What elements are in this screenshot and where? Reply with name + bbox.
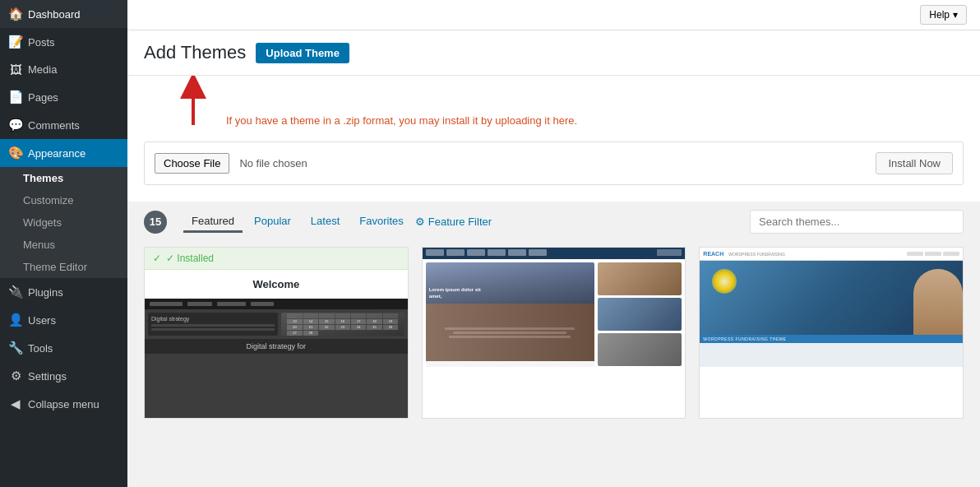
theme-preview-2: Lorem ipsum dolor sitamet, bbox=[423, 248, 686, 367]
sidebar-item-label: Plugins bbox=[28, 286, 63, 299]
sidebar-item-tools[interactable]: 🔧 Tools bbox=[0, 334, 127, 362]
sidebar-item-label: Media bbox=[28, 63, 57, 76]
themes-filter-bar: 15 Featured Popular Latest Favorites ⚙ F… bbox=[144, 210, 964, 234]
topbar: Help ▾ bbox=[127, 0, 980, 30]
sidebar-item-media[interactable]: 🖼 Media bbox=[0, 56, 127, 83]
sidebar-item-label: Tools bbox=[28, 342, 53, 355]
search-themes-input[interactable] bbox=[750, 210, 964, 234]
sidebar-item-plugins[interactable]: 🔌 Plugins bbox=[0, 278, 127, 306]
sidebar-item-label: Settings bbox=[28, 370, 67, 383]
upload-theme-button[interactable]: Upload Theme bbox=[256, 43, 349, 63]
checkmark-icon: ✓ bbox=[153, 253, 161, 264]
submenu-item-widgets[interactable]: Widgets bbox=[0, 211, 127, 234]
card1-bottom-text: Digital strategy for bbox=[145, 339, 408, 354]
theme-card-installed[interactable]: ✓ ✓ Installed Welcome bbox=[144, 247, 409, 419]
content-area: Add Themes Upload Theme If you have a th… bbox=[127, 30, 980, 487]
card2-main-image: Lorem ipsum dolor sitamet, bbox=[426, 262, 594, 304]
sidebar-item-label: Appearance bbox=[28, 147, 86, 160]
themes-count-badge: 15 bbox=[144, 211, 167, 234]
sidebar: 🏠 Dashboard 📝 Posts 🖼 Media 📄 Pages 💬 Co… bbox=[0, 0, 127, 487]
theme-preview-1: Digital strategy bbox=[145, 299, 408, 418]
submenu-item-menus[interactable]: Menus bbox=[0, 234, 127, 256]
theme-card-2[interactable]: Lorem ipsum dolor sitamet, bbox=[422, 247, 686, 419]
help-chevron-icon: ▾ bbox=[953, 9, 958, 21]
sidebar-item-label: Users bbox=[28, 314, 56, 327]
settings-icon: ⚙ bbox=[8, 369, 23, 383]
card3-header: REACH WORDPRESS FUNDRAISING bbox=[700, 248, 963, 261]
card3-logo: REACH bbox=[703, 251, 723, 257]
plugins-icon: 🔌 bbox=[8, 285, 23, 299]
pages-icon: 📄 bbox=[8, 90, 23, 104]
theme-card-3[interactable]: REACH WORDPRESS FUNDRAISING WORDPRE bbox=[699, 247, 964, 419]
help-button[interactable]: Help ▾ bbox=[920, 5, 967, 25]
tools-icon: 🔧 bbox=[8, 341, 23, 355]
appearance-submenu: Themes Customize Widgets Menus Theme Edi… bbox=[0, 167, 127, 278]
main-area: Help ▾ Add Themes Upload Theme bbox=[127, 0, 980, 487]
comments-icon: 💬 bbox=[8, 118, 23, 132]
sidebar-item-settings[interactable]: ⚙ Settings bbox=[0, 362, 127, 390]
sidebar-item-pages[interactable]: 📄 Pages bbox=[0, 83, 127, 111]
upload-area-wrapper: Choose File No file chosen Install Now bbox=[127, 133, 980, 202]
sidebar-item-dashboard[interactable]: 🏠 Dashboard bbox=[0, 0, 127, 28]
hint-area: If you have a theme in a .zip format, yo… bbox=[127, 76, 980, 133]
card2-topbar bbox=[423, 248, 686, 259]
sidebar-item-collapse[interactable]: ◀ Collapse menu bbox=[0, 390, 127, 418]
tab-favorites[interactable]: Favorites bbox=[351, 211, 411, 233]
card2-side-image-1 bbox=[598, 262, 682, 295]
submenu-item-themes[interactable]: Themes bbox=[0, 167, 127, 189]
submenu-item-theme-editor[interactable]: Theme Editor bbox=[0, 256, 127, 278]
filter-tabs: Featured Popular Latest Favorites ⚙ Feat… bbox=[183, 211, 492, 233]
arrow-icon bbox=[169, 76, 218, 129]
card2-main-content: Lorem ipsum dolor sitamet, bbox=[426, 262, 594, 367]
dashboard-icon: 🏠 bbox=[8, 7, 23, 21]
themes-grid: ✓ ✓ Installed Welcome bbox=[144, 247, 964, 419]
appearance-icon: 🎨 bbox=[8, 146, 23, 160]
theme-preview-3: REACH WORDPRESS FUNDRAISING WORDPRE bbox=[700, 248, 963, 367]
tab-latest[interactable]: Latest bbox=[303, 211, 348, 233]
choose-file-button[interactable]: Choose File bbox=[155, 153, 229, 174]
sidebar-item-label: Dashboard bbox=[28, 8, 81, 21]
feature-filter-label: Feature Filter bbox=[428, 216, 492, 228]
card3-bottom-text: WORDPRESS FUNDRAISING THEME bbox=[700, 335, 963, 343]
arrow-container: If you have a theme in a .zip format, yo… bbox=[144, 76, 964, 133]
card3-sparkle bbox=[712, 269, 737, 294]
upload-hint: If you have a theme in a .zip format, yo… bbox=[226, 114, 577, 127]
sidebar-item-appearance[interactable]: 🎨 Appearance bbox=[0, 139, 127, 167]
posts-icon: 📝 bbox=[8, 35, 23, 49]
page-header: Add Themes Upload Theme bbox=[127, 30, 980, 76]
sidebar-item-label: Posts bbox=[28, 36, 55, 49]
card3-main-image: WORDPRESS FUNDRAISING THEME bbox=[700, 261, 963, 343]
tab-featured[interactable]: Featured bbox=[183, 211, 243, 233]
tab-popular[interactable]: Popular bbox=[246, 211, 299, 233]
sidebar-item-comments[interactable]: 💬 Comments bbox=[0, 111, 127, 139]
installed-label: ✓ Installed bbox=[166, 253, 214, 264]
sidebar-item-label: Collapse menu bbox=[28, 398, 99, 410]
install-now-button[interactable]: Install Now bbox=[876, 152, 953, 174]
help-label: Help bbox=[929, 9, 950, 21]
theme-name: Welcome bbox=[145, 270, 408, 299]
no-file-text: No file chosen bbox=[239, 157, 307, 169]
sidebar-item-users[interactable]: 👤 Users bbox=[0, 306, 127, 334]
users-icon: 👤 bbox=[8, 313, 23, 327]
card3-person bbox=[913, 269, 963, 343]
page-title: Add Themes bbox=[144, 42, 246, 63]
gear-icon: ⚙ bbox=[415, 216, 425, 228]
submenu-item-customize[interactable]: Customize bbox=[0, 189, 127, 211]
card2-body: Lorem ipsum dolor sitamet, bbox=[423, 259, 686, 367]
file-upload-row: Choose File No file chosen Install Now bbox=[144, 141, 964, 185]
collapse-icon: ◀ bbox=[8, 397, 23, 411]
feature-filter-btn[interactable]: ⚙ Feature Filter bbox=[415, 216, 492, 228]
themes-section: 15 Featured Popular Latest Favorites ⚙ F… bbox=[127, 202, 980, 435]
sidebar-item-label: Comments bbox=[28, 119, 80, 132]
sidebar-item-label: Pages bbox=[28, 91, 58, 104]
media-icon: 🖼 bbox=[8, 63, 23, 77]
sidebar-item-posts[interactable]: 📝 Posts bbox=[0, 28, 127, 56]
card2-sidebar bbox=[598, 262, 682, 367]
installed-banner: ✓ ✓ Installed bbox=[145, 248, 408, 270]
